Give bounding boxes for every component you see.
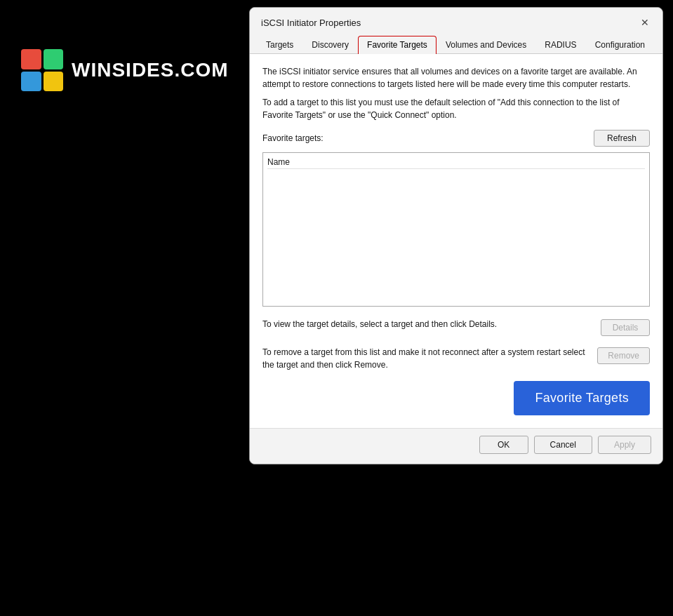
close-button[interactable]: ✕ [637,15,653,30]
apply-button[interactable]: Apply [598,436,651,454]
targets-listbox[interactable]: Name [262,152,650,307]
logo-cell-green [44,49,64,69]
details-button[interactable]: Details [601,319,650,336]
listbox-column-name: Name [267,156,645,169]
description-paragraph-2: To add a target to this list you must us… [262,96,650,121]
remove-button[interactable]: Remove [597,347,650,364]
refresh-button[interactable]: Refresh [594,130,650,147]
favorite-targets-banner: Favorite Targets [262,381,650,415]
tab-targets[interactable]: Targets [257,36,302,54]
logo-text: WINSIDES.COM [72,59,229,81]
targets-row: Favorite targets: Refresh [262,130,650,147]
title-bar: iSCSI Initiator Properties ✕ [250,8,662,36]
dialog-title: iSCSI Initiator Properties [261,18,361,28]
logo-cell-blue [21,72,41,92]
remove-action-row: To remove a target from this list and ma… [262,346,650,371]
cancel-button[interactable]: Cancel [534,436,592,454]
tab-discovery[interactable]: Discovery [302,36,358,54]
description-paragraph-1: The iSCSI initiator service ensures that… [262,65,650,91]
details-description: To view the target details, select a tar… [262,318,592,330]
tab-radius[interactable]: RADIUS [535,36,585,54]
tab-volumes-devices[interactable]: Volumes and Devices [437,36,535,54]
details-action-row: To view the target details, select a tar… [262,318,650,336]
tab-bar: Targets Discovery Favorite Targets Volum… [250,36,662,54]
remove-description: To remove a target from this list and ma… [262,346,589,371]
favorite-targets-label: Favorite targets: [262,133,324,143]
description-section: The iSCSI initiator service ensures that… [262,65,650,121]
logo-cell-yellow [44,72,64,92]
iscsi-dialog: iSCSI Initiator Properties ✕ Targets Dis… [249,7,663,464]
dialog-footer: OK Cancel Apply [250,428,662,464]
tab-favorite-targets[interactable]: Favorite Targets [358,36,437,54]
ok-button[interactable]: OK [479,436,528,454]
logo-icon [21,49,63,91]
favorite-targets-big-button[interactable]: Favorite Targets [514,381,650,415]
logo-area: WINSIDES.COM [21,49,229,91]
tab-configuration[interactable]: Configuration [586,36,654,54]
logo-cell-red [21,49,41,69]
dialog-content: The iSCSI initiator service ensures that… [250,54,662,428]
